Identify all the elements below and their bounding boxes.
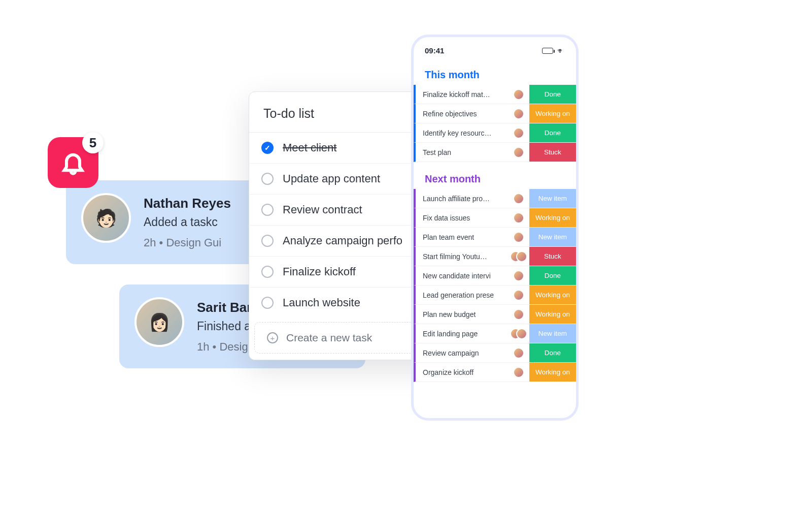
task-row[interactable]: Lead generation preseWorking on xyxy=(414,285,576,305)
avatar xyxy=(513,367,524,378)
avatar xyxy=(513,232,524,243)
status-badge[interactable]: Done xyxy=(529,266,576,285)
avatar xyxy=(513,147,524,158)
task-name: Launch affiliate pro… xyxy=(416,195,508,203)
avatar xyxy=(513,309,524,320)
status-badge[interactable]: Stuck xyxy=(529,247,576,266)
status-badge[interactable]: Working on xyxy=(529,363,576,382)
assignee-avatars xyxy=(508,212,529,224)
assignee-avatars xyxy=(508,328,529,339)
status-badge[interactable]: Stuck xyxy=(529,143,576,162)
notification-bell[interactable]: 5 xyxy=(48,137,98,188)
assignee-avatars xyxy=(508,108,529,119)
task-name: Refine objectives xyxy=(416,110,508,118)
task-row[interactable]: Fix data issuesWorking on xyxy=(414,208,576,228)
task-name: New candidate intervi xyxy=(416,272,508,280)
create-task-label: Create a new task xyxy=(286,332,372,344)
task-row[interactable]: Finalize kickoff mat…Done xyxy=(414,85,576,104)
todo-label: Launch website xyxy=(283,296,360,309)
status-badge[interactable]: New item xyxy=(529,228,576,246)
task-name: Plan new budget xyxy=(416,310,508,319)
task-row[interactable]: Launch affiliate pro…New item xyxy=(414,189,576,208)
assignee-avatars xyxy=(508,367,529,378)
task-name: Test plan xyxy=(416,148,508,156)
status-badge[interactable]: Done xyxy=(529,123,576,142)
assignee-avatars xyxy=(508,251,529,262)
task-row[interactable]: Refine objectivesWorking on xyxy=(414,104,576,123)
avatar: 👩🏻 xyxy=(134,297,184,347)
avatar xyxy=(513,347,524,359)
task-row[interactable]: Start filming Youtu…Stuck xyxy=(414,247,576,266)
todo-label: Update app content xyxy=(283,172,380,185)
task-name: Start filming Youtu… xyxy=(416,252,508,261)
task-name: Fix data issues xyxy=(416,214,508,222)
task-row[interactable]: New candidate interviDone xyxy=(414,266,576,285)
task-row[interactable]: Review campaignDone xyxy=(414,343,576,363)
group-title[interactable]: Next month xyxy=(414,162,576,189)
avatar xyxy=(513,108,524,119)
battery-icon xyxy=(542,48,553,54)
avatar xyxy=(516,251,527,262)
avatar xyxy=(513,128,524,139)
status-badge[interactable]: Working on xyxy=(529,305,576,324)
todo-label: Analyze campaign perfo xyxy=(283,234,402,247)
avatar xyxy=(513,290,524,301)
status-badge[interactable]: New item xyxy=(529,189,576,208)
assignee-avatars xyxy=(508,347,529,359)
assignee-avatars xyxy=(508,193,529,204)
todo-label: Finalize kickoff xyxy=(283,265,356,278)
todo-checkbox[interactable] xyxy=(261,173,274,185)
task-group-this-month: This month Finalize kickoff mat…DoneRefi… xyxy=(414,58,576,162)
todo-checkbox[interactable] xyxy=(261,235,274,247)
task-name: Organize kickoff xyxy=(416,368,508,376)
task-row[interactable]: Edit landing pageNew item xyxy=(414,324,576,343)
wifi-icon: ᯤ xyxy=(557,46,565,55)
todo-checkbox[interactable] xyxy=(261,297,274,309)
assignee-avatars xyxy=(508,147,529,158)
plus-icon: + xyxy=(267,332,278,343)
todo-label: Meet client xyxy=(283,141,336,154)
status-icons: ᯤ xyxy=(542,46,565,55)
todo-label: Review contract xyxy=(283,203,362,216)
task-name: Finalize kickoff mat… xyxy=(416,90,508,99)
task-row[interactable]: Plan team eventNew item xyxy=(414,228,576,247)
avatar xyxy=(516,328,527,339)
status-badge[interactable]: Working on xyxy=(529,285,576,304)
avatar xyxy=(513,89,524,100)
todo-checkbox[interactable] xyxy=(261,142,274,154)
status-time: 09:41 xyxy=(425,46,444,55)
assignee-avatars xyxy=(508,309,529,320)
avatar xyxy=(513,270,524,281)
phone-mock: 09:41 ᯤ This month Finalize kickoff mat…… xyxy=(411,35,579,421)
task-name: Edit landing page xyxy=(416,330,508,338)
task-group-next-month: Next month Launch affiliate pro…New item… xyxy=(414,162,576,382)
status-bar: 09:41 ᯤ xyxy=(414,46,576,58)
todo-checkbox[interactable] xyxy=(261,204,274,216)
task-name: Review campaign xyxy=(416,349,508,357)
task-name: Identify key resourc… xyxy=(416,129,508,137)
assignee-avatars xyxy=(508,128,529,139)
assignee-avatars xyxy=(508,232,529,243)
notification-count-badge: 5 xyxy=(82,132,104,153)
avatar xyxy=(513,193,524,204)
assignee-avatars xyxy=(508,270,529,281)
avatar xyxy=(513,212,524,224)
assignee-avatars xyxy=(508,290,529,301)
status-badge[interactable]: New item xyxy=(529,324,576,343)
group-title[interactable]: This month xyxy=(414,58,576,85)
assignee-avatars xyxy=(508,89,529,100)
task-row[interactable]: Organize kickoffWorking on xyxy=(414,363,576,382)
task-name: Lead generation prese xyxy=(416,291,508,299)
task-row[interactable]: Test planStuck xyxy=(414,143,576,162)
task-row[interactable]: Identify key resourc…Done xyxy=(414,123,576,143)
avatar: 🧑🏻 xyxy=(81,193,131,243)
task-row[interactable]: Plan new budgetWorking on xyxy=(414,305,576,324)
task-name: Plan team event xyxy=(416,233,508,241)
status-badge[interactable]: Done xyxy=(529,343,576,362)
status-badge[interactable]: Working on xyxy=(529,208,576,227)
status-badge[interactable]: Working on xyxy=(529,104,576,123)
status-badge[interactable]: Done xyxy=(529,85,576,104)
todo-checkbox[interactable] xyxy=(261,266,274,278)
